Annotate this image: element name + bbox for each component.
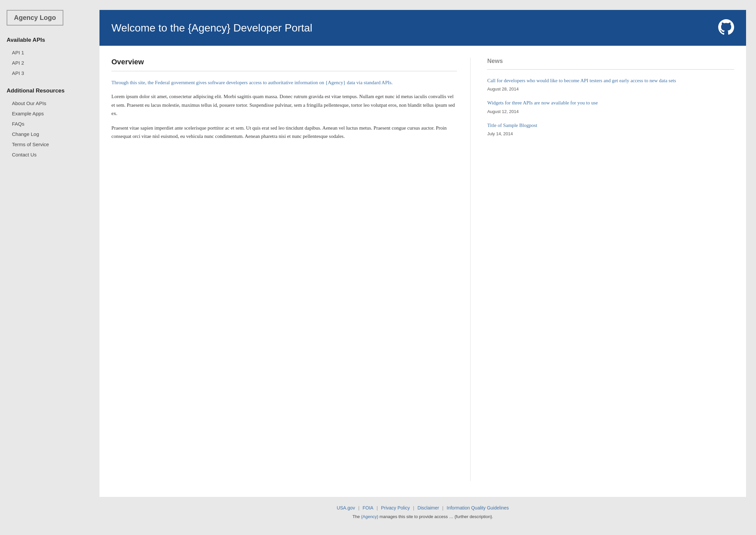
- sidebar-item-api2[interactable]: API 2: [7, 58, 86, 68]
- agency-logo: Agency Logo: [7, 10, 63, 26]
- overview-section: Overview Through this site, the Federal …: [111, 58, 471, 481]
- news-item-3: Title of Sample Blogpost July 14, 2014: [487, 122, 734, 137]
- footer-sep-2: |: [377, 505, 378, 510]
- agency-logo-text: Agency Logo: [14, 14, 56, 21]
- additional-resources-heading: Additional Resources: [7, 88, 86, 94]
- footer-desc-suffix: manages this site to provide access … {f…: [378, 514, 493, 519]
- portal-header: Welcome to the {Agency} Developer Portal: [99, 10, 746, 46]
- main-content: Welcome to the {Agency} Developer Portal…: [93, 0, 756, 535]
- sidebar-item-change-log[interactable]: Change Log: [7, 129, 86, 139]
- overview-divider: [111, 71, 457, 71]
- overview-body2: Praesent vitae sapien imperdiet ante sce…: [111, 124, 457, 141]
- news-divider: [487, 69, 734, 70]
- sidebar-item-contact[interactable]: Contact Us: [7, 149, 86, 160]
- news-link-2[interactable]: Widgets for three APIs are now available…: [487, 99, 734, 107]
- news-link-1[interactable]: Call for developers who would like to be…: [487, 77, 734, 85]
- footer-sep-4: |: [442, 505, 443, 510]
- footer-link-usagov[interactable]: USA.gov: [337, 505, 355, 510]
- overview-heading: Overview: [111, 58, 457, 66]
- footer-desc-prefix: The: [352, 514, 361, 519]
- sidebar-item-about-apis[interactable]: About Our APIs: [7, 98, 86, 108]
- footer-link-disclaimer[interactable]: Disclaimer: [417, 505, 439, 510]
- footer-links: USA.gov | FOIA | Privacy Policy | Discla…: [111, 505, 734, 511]
- news-date-1: August 28, 2014: [487, 87, 519, 91]
- news-link-3[interactable]: Title of Sample Blogpost: [487, 122, 734, 129]
- news-date-3: July 14, 2014: [487, 131, 513, 136]
- footer-agency-link[interactable]: {Agency}: [361, 514, 378, 519]
- sidebar-item-example-apps[interactable]: Example Apps: [7, 108, 86, 119]
- footer-description: The {Agency} manages this site to provid…: [111, 514, 734, 519]
- footer-link-quality[interactable]: Information Quality Guidelines: [447, 505, 509, 510]
- content-columns: Overview Through this site, the Federal …: [111, 58, 734, 481]
- footer-link-privacy[interactable]: Privacy Policy: [381, 505, 410, 510]
- sidebar-item-terms[interactable]: Terms of Service: [7, 139, 86, 149]
- news-date-2: August 12, 2014: [487, 109, 519, 114]
- api-nav-list: API 1 API 2 API 3: [7, 47, 86, 78]
- footer-sep-1: |: [358, 505, 359, 510]
- news-section: News Call for developers who would like …: [484, 58, 734, 481]
- news-heading: News: [487, 58, 734, 65]
- overview-intro: Through this site, the Federal governmen…: [111, 79, 457, 87]
- content-card: Overview Through this site, the Federal …: [99, 46, 746, 497]
- sidebar-item-api1[interactable]: API 1: [7, 47, 86, 58]
- footer: USA.gov | FOIA | Privacy Policy | Discla…: [99, 497, 746, 525]
- portal-title: Welcome to the {Agency} Developer Portal: [111, 22, 312, 34]
- footer-link-foia[interactable]: FOIA: [362, 505, 373, 510]
- news-item-1: Call for developers who would like to be…: [487, 77, 734, 92]
- footer-sep-3: |: [413, 505, 414, 510]
- news-item-2: Widgets for three APIs are now available…: [487, 99, 734, 114]
- available-apis-heading: Available APIs: [7, 37, 86, 43]
- sidebar-item-api3[interactable]: API 3: [7, 68, 86, 78]
- sidebar: Agency Logo Available APIs API 1 API 2 A…: [0, 0, 93, 535]
- sidebar-item-faqs[interactable]: FAQs: [7, 119, 86, 129]
- resources-nav-list: About Our APIs Example Apps FAQs Change …: [7, 98, 86, 160]
- github-icon[interactable]: [718, 19, 734, 36]
- overview-body1: Lorem ipsum dolor sit amet, consectetur …: [111, 92, 457, 118]
